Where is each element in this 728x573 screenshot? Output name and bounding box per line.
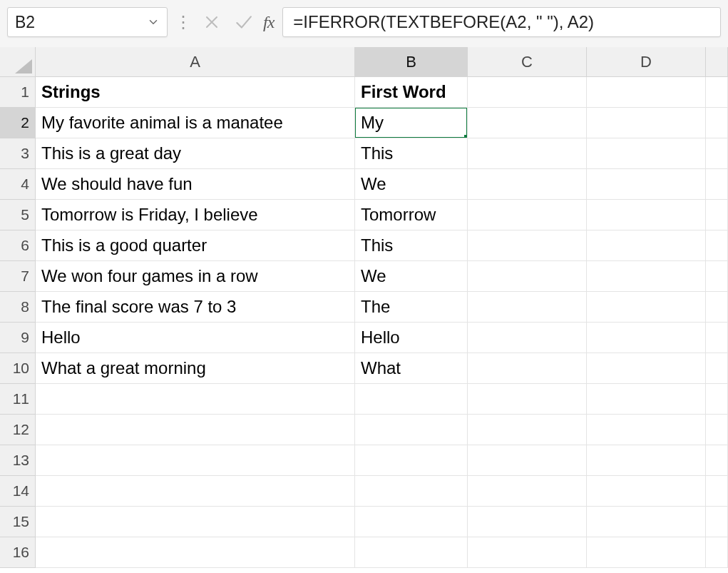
cell-A9[interactable]: Hello [36, 323, 355, 353]
cell-E2[interactable] [706, 108, 728, 138]
cell-B6[interactable]: This [355, 230, 468, 261]
cell-B2[interactable]: My [355, 108, 468, 138]
cell-C5[interactable] [468, 200, 587, 230]
cell-C12[interactable] [468, 415, 587, 445]
row-header-15[interactable]: 15 [0, 507, 36, 537]
cell-C9[interactable] [468, 323, 587, 353]
cell-D1[interactable] [587, 77, 706, 108]
cell-C6[interactable] [468, 230, 587, 261]
cell-C2[interactable] [468, 108, 587, 138]
cell-E8[interactable] [706, 292, 728, 323]
cell-D5[interactable] [587, 200, 706, 230]
col-header-E[interactable] [706, 47, 728, 77]
chevron-down-icon[interactable] [147, 16, 160, 29]
col-header-A[interactable]: A [36, 47, 355, 77]
cell-D11[interactable] [587, 384, 706, 415]
cell-A8[interactable]: The final score was 7 to 3 [36, 292, 355, 323]
cell-B13[interactable] [355, 445, 468, 476]
cell-D10[interactable] [587, 353, 706, 384]
row-header-4[interactable]: 4 [0, 169, 36, 200]
cell-C7[interactable] [468, 261, 587, 292]
formula-input[interactable]: =IFERROR(TEXTBEFORE(A2, " "), A2) [282, 7, 721, 37]
cell-A3[interactable]: This is a great day [36, 138, 355, 169]
row-header-9[interactable]: 9 [0, 323, 36, 353]
cancel-icon[interactable] [199, 7, 225, 37]
cell-E14[interactable] [706, 476, 728, 507]
cell-B12[interactable] [355, 415, 468, 445]
cell-E10[interactable] [706, 353, 728, 384]
cell-C1[interactable] [468, 77, 587, 108]
cell-A12[interactable] [36, 415, 355, 445]
cell-B14[interactable] [355, 476, 468, 507]
col-header-D[interactable]: D [587, 47, 706, 77]
cell-B7[interactable]: We [355, 261, 468, 292]
cell-C3[interactable] [468, 138, 587, 169]
cell-B1[interactable]: First Word [355, 77, 468, 108]
cell-E12[interactable] [706, 415, 728, 445]
row-header-2[interactable]: 2 [0, 108, 36, 138]
cell-A6[interactable]: This is a good quarter [36, 230, 355, 261]
cell-C14[interactable] [468, 476, 587, 507]
row-header-14[interactable]: 14 [0, 476, 36, 507]
row-header-5[interactable]: 5 [0, 200, 36, 230]
cell-B10[interactable]: What [355, 353, 468, 384]
col-header-B[interactable]: B [355, 47, 468, 77]
cell-D8[interactable] [587, 292, 706, 323]
cell-E1[interactable] [706, 77, 728, 108]
row-header-1[interactable]: 1 [0, 77, 36, 108]
cell-D13[interactable] [587, 445, 706, 476]
vertical-dots-icon[interactable]: ⋮ [173, 11, 193, 33]
row-header-13[interactable]: 13 [0, 445, 36, 476]
cell-A15[interactable] [36, 507, 355, 537]
cell-E3[interactable] [706, 138, 728, 169]
cell-A7[interactable]: We won four games in a row [36, 261, 355, 292]
cell-D15[interactable] [587, 507, 706, 537]
row-header-6[interactable]: 6 [0, 230, 36, 261]
cell-D16[interactable] [587, 537, 706, 568]
select-all-corner[interactable] [0, 47, 36, 77]
cell-D14[interactable] [587, 476, 706, 507]
cell-C10[interactable] [468, 353, 587, 384]
cell-C13[interactable] [468, 445, 587, 476]
cell-E5[interactable] [706, 200, 728, 230]
fx-icon[interactable]: fx [263, 13, 274, 32]
row-header-3[interactable]: 3 [0, 138, 36, 169]
cell-E7[interactable] [706, 261, 728, 292]
cell-D3[interactable] [587, 138, 706, 169]
col-header-C[interactable]: C [468, 47, 587, 77]
cell-C11[interactable] [468, 384, 587, 415]
cell-C16[interactable] [468, 537, 587, 568]
cell-A10[interactable]: What a great morning [36, 353, 355, 384]
cell-E11[interactable] [706, 384, 728, 415]
cell-B3[interactable]: This [355, 138, 468, 169]
cell-A1[interactable]: Strings [36, 77, 355, 108]
cell-C4[interactable] [468, 169, 587, 200]
cell-A2[interactable]: My favorite animal is a manatee [36, 108, 355, 138]
row-header-16[interactable]: 16 [0, 537, 36, 568]
cell-D7[interactable] [587, 261, 706, 292]
cell-A11[interactable] [36, 384, 355, 415]
cell-E9[interactable] [706, 323, 728, 353]
cell-A14[interactable] [36, 476, 355, 507]
cell-D6[interactable] [587, 230, 706, 261]
cell-D12[interactable] [587, 415, 706, 445]
row-header-12[interactable]: 12 [0, 415, 36, 445]
cell-B5[interactable]: Tomorrow [355, 200, 468, 230]
cell-D4[interactable] [587, 169, 706, 200]
cell-A13[interactable] [36, 445, 355, 476]
row-header-11[interactable]: 11 [0, 384, 36, 415]
row-header-8[interactable]: 8 [0, 292, 36, 323]
cell-B16[interactable] [355, 537, 468, 568]
row-header-7[interactable]: 7 [0, 261, 36, 292]
cell-E6[interactable] [706, 230, 728, 261]
cell-E16[interactable] [706, 537, 728, 568]
cell-D2[interactable] [587, 108, 706, 138]
cell-B9[interactable]: Hello [355, 323, 468, 353]
name-box[interactable]: B2 [7, 7, 168, 37]
cell-B15[interactable] [355, 507, 468, 537]
cell-B11[interactable] [355, 384, 468, 415]
cell-E4[interactable] [706, 169, 728, 200]
cell-B8[interactable]: The [355, 292, 468, 323]
cell-D9[interactable] [587, 323, 706, 353]
cell-C8[interactable] [468, 292, 587, 323]
